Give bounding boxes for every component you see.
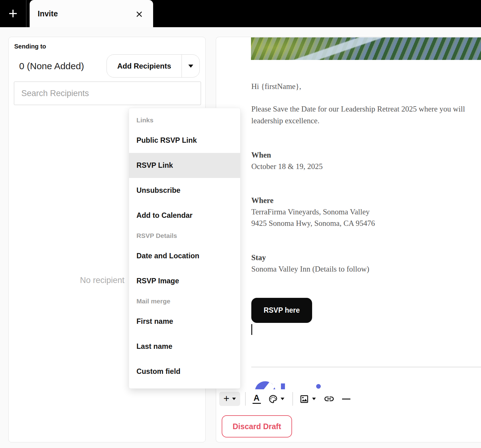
caret-down-icon: [232, 398, 236, 400]
stay-label: Stay: [251, 253, 266, 262]
plus-icon: +: [224, 393, 229, 404]
stay-value: Sonoma Valley Inn (Details to follow): [251, 265, 369, 273]
close-icon: [135, 10, 143, 18]
menu-item-rsvp-image[interactable]: RSVP Image: [129, 268, 240, 294]
search-recipients-box: [14, 82, 201, 105]
caret-down-icon: [281, 398, 284, 400]
search-recipients-input[interactable]: [14, 82, 201, 105]
add-recipients-dropdown-toggle[interactable]: [182, 55, 199, 77]
menu-item-public-rsvp-link[interactable]: Public RSVP Link: [129, 128, 240, 153]
link-icon: [324, 393, 335, 404]
logo-letter-fragment: [281, 383, 285, 389]
editor-toolbar: + A: [216, 391, 481, 408]
menu-item-add-to-calendar[interactable]: Add to Calendar: [129, 203, 240, 228]
menu-item-custom-field[interactable]: Custom field: [129, 359, 240, 384]
menu-section-mail-merge: Mail merge: [129, 294, 240, 309]
tab-bar: + Invite: [0, 0, 481, 27]
insert-link-button[interactable]: [320, 392, 338, 406]
text-color-icon: A: [253, 394, 261, 404]
theme-color-button[interactable]: [265, 392, 288, 406]
sending-to-label: Sending to: [14, 43, 46, 50]
recipient-count: 0 (None Added): [19, 61, 84, 71]
logo-dot: [316, 384, 321, 389]
vineyard-header-image: [251, 37, 481, 60]
close-tab-button[interactable]: [134, 9, 144, 19]
menu-section-links: Links: [129, 112, 240, 128]
new-tab-button[interactable]: +: [4, 3, 22, 23]
insert-menu-button[interactable]: +: [219, 392, 240, 406]
toolbar-divider: [292, 392, 293, 406]
add-recipients-button[interactable]: Add Recipients: [107, 55, 182, 77]
email-body-line2: leadership excellence.: [251, 116, 320, 125]
menu-item-first-name[interactable]: First name: [129, 309, 240, 334]
where-label: Where: [251, 196, 274, 205]
menu-item-unsubscribe[interactable]: Unsubscribe: [129, 178, 240, 203]
rsvp-here-button[interactable]: RSVP here: [251, 298, 312, 323]
when-label: When: [251, 151, 271, 159]
where-line2: 9425 Sonoma Hwy, Sonoma, CA 95476: [251, 219, 375, 228]
email-body-area[interactable]: Hi {firstName}, Please Save the Date for…: [216, 37, 481, 389]
caret-down-icon: [188, 65, 193, 68]
horizontal-rule-button[interactable]: [338, 392, 354, 406]
email-body-line1: Please Save the Date for our Leadership …: [251, 105, 465, 113]
menu-item-rsvp-link[interactable]: RSVP Link: [129, 153, 240, 178]
text-cursor: [251, 324, 252, 335]
horizontal-rule-icon: [342, 399, 350, 399]
toolbar-divider: [245, 392, 246, 406]
plus-icon: +: [8, 4, 17, 22]
palette-icon: [268, 394, 278, 404]
email-greeting: Hi {firstName},: [251, 82, 301, 91]
insert-dropdown-menu: Links Public RSVP Link RSVP Link Unsubsc…: [129, 108, 240, 389]
discard-draft-button[interactable]: Discard Draft: [222, 415, 292, 437]
menu-item-date-and-location[interactable]: Date and Location: [129, 243, 240, 268]
tab-label: Invite: [38, 0, 58, 27]
menu-section-rsvp-details: RSVP Details: [129, 228, 240, 243]
insert-image-button[interactable]: [296, 392, 319, 406]
when-value: October 18 & 19, 2025: [251, 162, 323, 171]
email-editor-panel: Hi {firstName}, Please Save the Date for…: [216, 37, 481, 442]
tab-invite[interactable]: Invite: [30, 0, 153, 27]
text-color-button[interactable]: A: [249, 392, 264, 406]
menu-item-last-name[interactable]: Last name: [129, 334, 240, 359]
no-recipients-text: No recipient: [80, 276, 124, 285]
where-line1: TerraFirma Vineyards, Sonoma Valley: [251, 208, 370, 216]
tabbar-divider: [26, 0, 27, 27]
add-recipients-split-button[interactable]: Add Recipients: [107, 54, 200, 78]
email-divider: [251, 367, 481, 367]
image-icon: [299, 394, 309, 404]
brand-logo: [255, 381, 341, 389]
caret-down-icon: [312, 398, 316, 400]
